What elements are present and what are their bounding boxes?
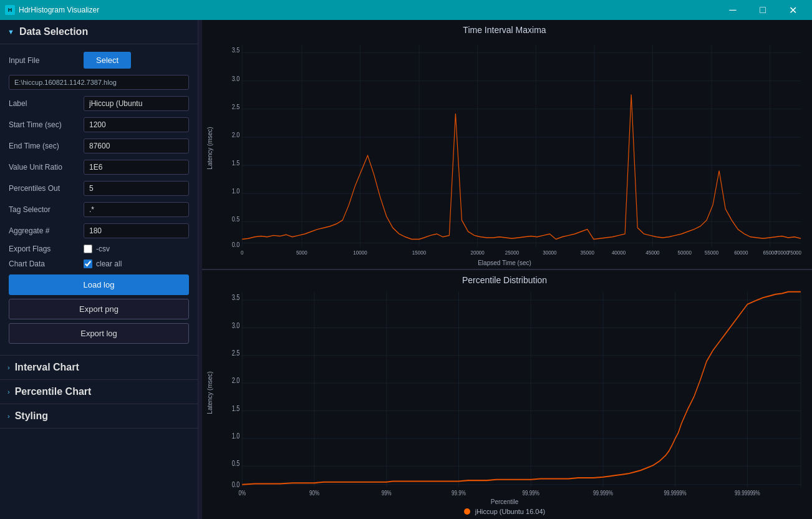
aggregate-row: Aggregate #	[9, 223, 189, 238]
file-path-input[interactable]	[9, 75, 189, 90]
minimize-button[interactable]: ─	[718, 0, 747, 20]
svg-text:0.5: 0.5	[232, 216, 240, 223]
data-selection-title: Data Selection	[19, 26, 88, 37]
svg-rect-43	[217, 288, 807, 497]
window-controls: ─ □ ✕	[718, 0, 807, 20]
input-file-label: Input File	[9, 56, 84, 65]
svg-text:1.0: 1.0	[232, 187, 240, 195]
interval-chart-title-label: Time Interval Maxima	[202, 25, 807, 35]
percentile-chart-title: Percentile Chart	[15, 386, 92, 397]
interval-chart-svg: 0.0 0.5 1.0 1.5 2.0 2.5 3.0 3.5 0 5000 1…	[217, 37, 807, 258]
svg-text:2.0: 2.0	[232, 131, 240, 138]
chart-data-checkbox-area: clear all	[84, 260, 122, 268]
data-selection-content: Input File Select Label Start Time (sec)…	[0, 44, 198, 356]
percentiles-label: Percentiles Out	[9, 184, 84, 193]
svg-text:99.99%: 99.99%	[523, 489, 540, 497]
start-time-input[interactable]	[84, 117, 189, 132]
svg-text:75000: 75000	[788, 249, 801, 256]
styling-title: Styling	[15, 410, 48, 422]
end-time-label: End Time (sec)	[9, 142, 84, 150]
svg-text:1.0: 1.0	[232, 432, 240, 440]
end-time-input[interactable]	[84, 138, 189, 153]
svg-text:35000: 35000	[581, 249, 594, 256]
label-row: Label	[9, 96, 189, 111]
end-time-row: End Time (sec)	[9, 138, 189, 153]
label-label: Label	[9, 99, 84, 108]
load-log-button[interactable]: Load log	[9, 274, 189, 295]
svg-text:99.999%: 99.999%	[593, 489, 613, 497]
close-button[interactable]: ✕	[778, 0, 807, 20]
styling-header[interactable]: › Styling	[0, 404, 198, 429]
label-input[interactable]	[84, 96, 189, 111]
svg-text:55000: 55000	[705, 249, 718, 256]
app-title: HdrHistogram Visualizer	[19, 6, 718, 14]
export-flags-row: Export Flags -csv	[9, 245, 189, 253]
export-flags-label: Export Flags	[9, 245, 84, 253]
svg-text:0: 0	[241, 249, 243, 256]
percentile-chart-svg: 0.0 0.5 1.0 1.5 2.0 2.5 3.0 3.5 0% 90% 9…	[217, 288, 807, 497]
main-layout: ▼ Data Selection Input File Select Label…	[0, 20, 812, 519]
interval-chart-header[interactable]: › Interval Chart	[0, 356, 198, 380]
value-unit-input[interactable]	[84, 160, 189, 175]
interval-x-axis-label: Elapsed Time (sec)	[202, 260, 807, 266]
tag-selector-label: Tag Selector	[9, 205, 84, 214]
svg-text:0%: 0%	[238, 489, 246, 497]
input-file-row: Input File Select	[9, 52, 189, 69]
svg-text:1.5: 1.5	[232, 404, 240, 412]
select-button[interactable]: Select	[84, 52, 131, 69]
svg-text:15000: 15000	[412, 249, 426, 256]
export-log-button[interactable]: Export log	[9, 323, 189, 344]
svg-text:3.0: 3.0	[232, 75, 240, 82]
percentiles-row: Percentiles Out	[9, 181, 189, 196]
export-flags-checkbox-area: -csv	[84, 245, 110, 253]
svg-text:3.0: 3.0	[232, 321, 240, 329]
aggregate-input[interactable]	[84, 223, 189, 238]
start-time-label: Start Time (sec)	[9, 120, 84, 129]
svg-text:45000: 45000	[645, 249, 659, 256]
svg-text:0.0: 0.0	[232, 241, 240, 248]
export-csv-checkbox[interactable]	[84, 245, 92, 253]
svg-text:0.0: 0.0	[232, 480, 240, 489]
interval-y-axis-label: Latency (msec)	[206, 127, 213, 169]
legend: jHiccup (Ubuntu 16.04)	[202, 505, 807, 517]
data-selection-header[interactable]: ▼ Data Selection	[0, 20, 198, 44]
styling-chevron: ›	[7, 412, 10, 420]
sidebar: ▼ Data Selection Input File Select Label…	[0, 20, 198, 519]
svg-text:3.5: 3.5	[232, 47, 240, 54]
percentile-y-axis-label: Latency (msec)	[206, 371, 213, 414]
svg-text:99.99999%: 99.99999%	[735, 489, 760, 497]
maximize-button[interactable]: □	[748, 0, 777, 20]
tag-selector-row: Tag Selector	[9, 202, 189, 217]
percentile-chart-title-label: Percentile Distribution	[202, 275, 807, 285]
app-icon: H	[5, 5, 15, 15]
svg-text:90%: 90%	[309, 489, 320, 497]
svg-text:5000: 5000	[296, 249, 307, 256]
svg-text:3.5: 3.5	[232, 293, 240, 302]
svg-text:20000: 20000	[470, 249, 484, 256]
percentiles-input[interactable]	[84, 181, 189, 196]
chart-data-row: Chart Data clear all	[9, 260, 189, 268]
svg-text:50000: 50000	[678, 249, 692, 256]
chart-area: Time Interval Maxima Latency (msec)	[202, 20, 812, 519]
percentile-chart-chevron: ›	[7, 388, 10, 395]
percentile-chart-panel: Percentile Distribution Latency (msec)	[202, 269, 812, 519]
clear-all-checkbox[interactable]	[84, 260, 92, 268]
title-bar: H HdrHistogram Visualizer ─ □ ✕	[0, 0, 812, 20]
svg-text:2.5: 2.5	[232, 103, 240, 110]
svg-text:0.5: 0.5	[232, 459, 240, 468]
percentile-x-axis-label: Percentile	[202, 498, 807, 505]
svg-text:10000: 10000	[353, 249, 367, 256]
svg-text:25000: 25000	[505, 249, 519, 256]
aggregate-label: Aggregate #	[9, 226, 84, 235]
export-png-button[interactable]: Export png	[9, 299, 189, 319]
chart-data-label: Chart Data	[9, 260, 84, 268]
svg-text:70000: 70000	[775, 249, 789, 256]
svg-text:2.5: 2.5	[232, 349, 240, 357]
export-csv-label: -csv	[96, 245, 110, 253]
svg-rect-0	[217, 37, 807, 258]
svg-text:99.9999%: 99.9999%	[664, 489, 687, 497]
percentile-chart-header[interactable]: › Percentile Chart	[0, 380, 198, 404]
tag-selector-input[interactable]	[84, 202, 189, 217]
legend-color-dot	[464, 508, 470, 515]
data-selection-chevron: ▼	[7, 28, 14, 36]
